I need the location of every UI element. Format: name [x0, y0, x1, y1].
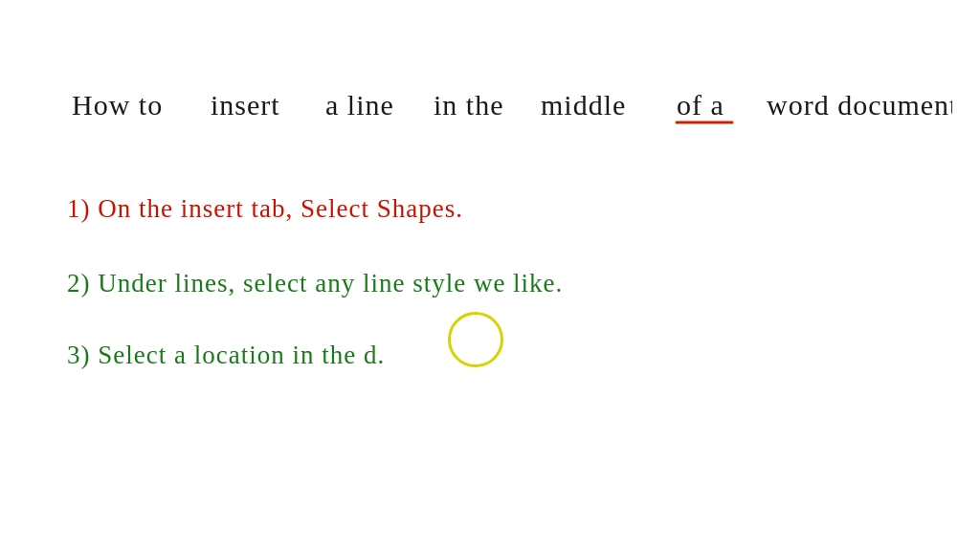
step-3: 3) Select a location in the d. — [67, 323, 660, 394]
step-1: 1) On the insert tab, Select Shapes. — [67, 177, 641, 238]
circle-highlight — [448, 312, 503, 367]
step1-svg: 1) On the insert tab, Select Shapes. — [67, 177, 641, 234]
svg-text:a line: a line — [325, 89, 394, 121]
page-content: How to insert a line in the middle of a … — [0, 0, 980, 551]
svg-text:insert: insert — [211, 89, 280, 121]
svg-text:in the: in the — [434, 89, 504, 121]
svg-text:of a: of a — [677, 89, 724, 121]
step2-svg: 2) Under lines, select any line style we… — [67, 252, 833, 309]
svg-text:How to: How to — [72, 89, 163, 121]
svg-text:middle: middle — [541, 89, 626, 121]
svg-text:word document?: word document? — [767, 89, 952, 121]
svg-text:1)  On the  insert tab,   Sele: 1) On the insert tab, Select Shapes. — [67, 194, 463, 223]
svg-text:3)  Select a   location  in th: 3) Select a location in the d. — [67, 341, 385, 369]
step-2: 2) Under lines, select any line style we… — [67, 252, 833, 313]
title-svg: How to insert a line in the middle of a … — [72, 65, 952, 137]
title: How to insert a line in the middle of a … — [72, 65, 952, 141]
step3-svg: 3) Select a location in the d. — [67, 323, 660, 390]
svg-text:2)    Under  lines,  select an: 2) Under lines, select any line style we… — [67, 269, 563, 298]
